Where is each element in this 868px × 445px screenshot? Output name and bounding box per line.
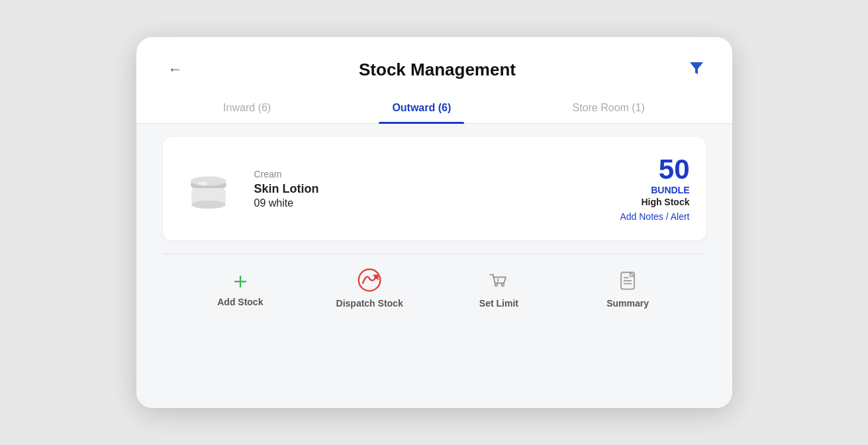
product-image [179, 159, 238, 219]
summary-button[interactable]: Summary [595, 268, 661, 309]
content-area: Cream Skin Lotion 09 white 50 BUNDLE Hig… [136, 124, 732, 408]
svg-point-6 [198, 181, 207, 185]
product-row: Cream Skin Lotion 09 white 50 BUNDLE Hig… [163, 137, 706, 240]
product-category: Cream [254, 169, 607, 179]
svg-marker-0 [690, 62, 703, 74]
svg-point-12 [502, 283, 505, 286]
dispatch-stock-button[interactable]: Dispatch Stock [336, 268, 403, 309]
header: ← Stock Management [136, 37, 732, 94]
set-limit-button[interactable]: Set Limit [465, 268, 532, 309]
page-title: Stock Management [188, 60, 687, 80]
product-variant: 09 white [254, 197, 607, 209]
summary-icon [615, 268, 640, 293]
tab-inward[interactable]: Inward (6) [210, 94, 284, 123]
tab-outward[interactable]: Outward (6) [379, 94, 464, 123]
svg-point-5 [191, 201, 226, 209]
product-name: Skin Lotion [254, 182, 607, 196]
dispatch-icon [357, 268, 382, 293]
actions-bar: ＋ Add Stock Dispatch Stock [163, 254, 706, 327]
setlimit-icon [486, 268, 511, 293]
plus-icon: ＋ [229, 269, 252, 291]
add-notes-link[interactable]: Add Notes / Alert [620, 211, 689, 222]
stock-number: 50 [620, 156, 689, 183]
svg-point-11 [495, 283, 498, 286]
add-stock-label: Add Stock [217, 297, 263, 307]
svg-point-7 [359, 270, 381, 291]
stock-unit: BUNDLE [620, 185, 689, 195]
tabs-bar: Inward (6) Outward (6) Store Room (1) [136, 94, 732, 124]
tab-storeroom[interactable]: Store Room (1) [559, 94, 658, 123]
filter-icon[interactable] [687, 58, 706, 81]
product-stock: 50 BUNDLE High Stock Add Notes / Alert [620, 156, 689, 222]
dispatch-stock-label: Dispatch Stock [336, 298, 403, 309]
product-info: Cream Skin Lotion 09 white [254, 169, 607, 209]
summary-label: Summary [606, 298, 649, 309]
back-button[interactable]: ← [163, 60, 188, 79]
svg-point-3 [191, 176, 226, 185]
main-card: ← Stock Management Inward (6) Outward (6… [136, 37, 732, 408]
set-limit-label: Set Limit [479, 298, 518, 309]
svg-point-10 [498, 282, 499, 283]
add-stock-button[interactable]: ＋ Add Stock [207, 269, 273, 307]
stock-level: High Stock [620, 197, 689, 207]
